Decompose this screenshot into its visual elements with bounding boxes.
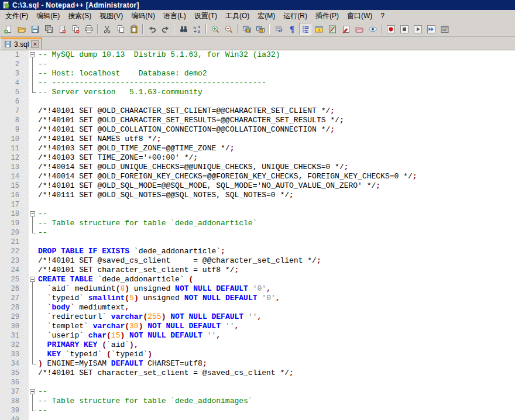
code-text[interactable]: /*!40101 SET @OLD_CHARACTER_SET_CLIENT=@… (37, 106, 515, 116)
code-text[interactable]: /*!40101 SET @OLD_CHARACTER_SET_RESULTS=… (37, 116, 515, 125)
line-number[interactable]: 35 (0, 369, 22, 378)
user-defined-dialog-button[interactable] (313, 23, 325, 35)
tab-close-icon[interactable]: × (31, 40, 39, 48)
bookmark-margin[interactable] (22, 153, 29, 163)
menu-item-4[interactable]: 编码(N) (127, 10, 159, 22)
bookmark-margin[interactable] (22, 191, 29, 200)
code-text[interactable]: -- (37, 406, 515, 415)
code-text[interactable]: `aid` mediumint(8) unsigned NOT NULL DEF… (37, 284, 515, 294)
menu-item-6[interactable]: 设置(T) (190, 10, 221, 22)
macro-save-button[interactable] (438, 23, 451, 35)
line-number[interactable]: 8 (0, 116, 22, 125)
bookmark-margin[interactable] (22, 275, 29, 284)
bookmark-margin[interactable] (22, 294, 29, 303)
code-text[interactable]: /*!40101 SET @saved_cs_client = @@charac… (37, 256, 515, 266)
line-number[interactable]: 14 (0, 172, 22, 181)
code-text[interactable]: -- MySQL dump 10.13 Distrib 5.1.63, for … (37, 50, 515, 60)
menu-item-12[interactable]: ? (376, 11, 389, 21)
line-number[interactable]: 9 (0, 125, 22, 135)
code-text[interactable]: /*!40101 SET character_set_client = utf8… (37, 266, 515, 275)
folder-as-workspace-button[interactable] (353, 23, 365, 35)
save-button[interactable] (29, 23, 41, 35)
bookmark-margin[interactable] (22, 350, 29, 359)
line-number[interactable]: 33 (0, 350, 22, 359)
bookmark-margin[interactable] (22, 88, 29, 97)
macro-stop-button[interactable] (398, 23, 410, 35)
menu-item-3[interactable]: 视图(V) (95, 10, 127, 22)
code-text[interactable]: `body` mediumtext, (37, 303, 515, 312)
menu-item-9[interactable]: 运行(R) (279, 10, 311, 22)
paste-button[interactable] (128, 23, 140, 35)
sync-horizontal-scroll-button[interactable] (254, 23, 266, 35)
cut-button[interactable] (101, 23, 113, 35)
line-number[interactable]: 4 (0, 78, 22, 88)
code-text[interactable]: /*!40101 SET NAMES utf8 */; (37, 135, 515, 144)
menu-item-10[interactable]: 插件(P) (311, 10, 343, 22)
bookmark-margin[interactable] (22, 340, 29, 350)
line-number[interactable]: 20 (0, 228, 22, 237)
line-number[interactable]: 3 (0, 69, 22, 78)
macro-run-multiple-button[interactable] (425, 23, 437, 35)
redo-button[interactable] (159, 23, 171, 35)
code-text[interactable]: /*!40101 SET character_set_client = @sav… (37, 369, 515, 378)
bookmark-margin[interactable] (22, 312, 29, 322)
code-text[interactable]: PRIMARY KEY (`aid`), (37, 340, 515, 350)
code-text[interactable]: ) ENGINE=MyISAM DEFAULT CHARSET=utf8; (37, 359, 515, 369)
line-number[interactable]: 38 (0, 397, 22, 406)
code-text[interactable]: DROP TABLE IF EXISTS `dede_addonarticle`… (37, 247, 515, 256)
line-number[interactable]: 5 (0, 88, 22, 97)
bookmark-margin[interactable] (22, 135, 29, 144)
new-file-button[interactable] (2, 23, 14, 35)
bookmark-margin[interactable] (22, 228, 29, 237)
menu-item-5[interactable]: 语言(L) (159, 10, 190, 22)
line-number[interactable]: 12 (0, 153, 22, 163)
tab-3sql[interactable]: 3.sql × (1, 37, 42, 50)
menu-item-11[interactable]: 窗口(W) (343, 10, 376, 22)
code-text[interactable]: KEY `typeid` (`typeid`) (37, 350, 515, 359)
bookmark-margin[interactable] (22, 284, 29, 294)
document-switcher-button[interactable] (339, 23, 352, 35)
close-button[interactable] (56, 23, 68, 35)
code-text[interactable]: -- -------------------------------------… (37, 78, 515, 88)
line-number[interactable]: 37 (0, 387, 22, 397)
sync-vertical-scroll-button[interactable] (241, 23, 253, 35)
line-number[interactable]: 29 (0, 312, 22, 322)
bookmark-margin[interactable] (22, 359, 29, 369)
code-text[interactable]: -- Table structure for table `dede_addon… (37, 397, 515, 406)
bookmark-margin[interactable] (22, 60, 29, 69)
code-text[interactable] (37, 237, 515, 247)
close-all-button[interactable] (69, 23, 81, 35)
code-text[interactable]: -- (37, 387, 515, 397)
code-editor[interactable]: 1-- MySQL dump 10.13 Distrib 5.1.63, for… (0, 50, 515, 420)
menu-item-1[interactable]: 编辑(E) (32, 10, 64, 22)
line-number[interactable]: 21 (0, 237, 22, 247)
bookmark-margin[interactable] (22, 369, 29, 378)
zoom-in-button[interactable] (209, 23, 221, 35)
bookmark-margin[interactable] (22, 219, 29, 228)
line-number[interactable]: 6 (0, 97, 22, 106)
line-number[interactable]: 10 (0, 135, 22, 144)
code-text[interactable]: /*!40103 SET @OLD_TIME_ZONE=@@TIME_ZONE … (37, 144, 515, 153)
line-number[interactable]: 16 (0, 191, 22, 200)
menu-item-7[interactable]: 工具(O) (221, 10, 253, 22)
menu-item-0[interactable]: 文件(F) (1, 10, 32, 22)
bookmark-margin[interactable] (22, 163, 29, 172)
code-text[interactable]: `userip` char(15) NOT NULL DEFAULT '', (37, 331, 515, 340)
code-text[interactable] (37, 378, 515, 387)
bookmark-margin[interactable] (22, 78, 29, 88)
line-number[interactable]: 2 (0, 60, 22, 69)
bookmark-margin[interactable] (22, 266, 29, 275)
line-number[interactable]: 34 (0, 359, 22, 369)
line-number[interactable]: 15 (0, 181, 22, 191)
code-text[interactable]: -- (37, 60, 515, 69)
monitoring-button[interactable] (366, 23, 379, 35)
line-number[interactable]: 31 (0, 331, 22, 340)
bookmark-margin[interactable] (22, 106, 29, 116)
bookmark-margin[interactable] (22, 256, 29, 266)
line-number[interactable]: 22 (0, 247, 22, 256)
code-text[interactable]: `templet` varchar(30) NOT NULL DEFAULT '… (37, 322, 515, 331)
code-text[interactable]: -- Host: localhost Database: demo2 (37, 69, 515, 78)
document-map-button[interactable] (326, 23, 338, 35)
code-text[interactable] (37, 415, 515, 420)
save-all-button[interactable] (42, 23, 54, 35)
